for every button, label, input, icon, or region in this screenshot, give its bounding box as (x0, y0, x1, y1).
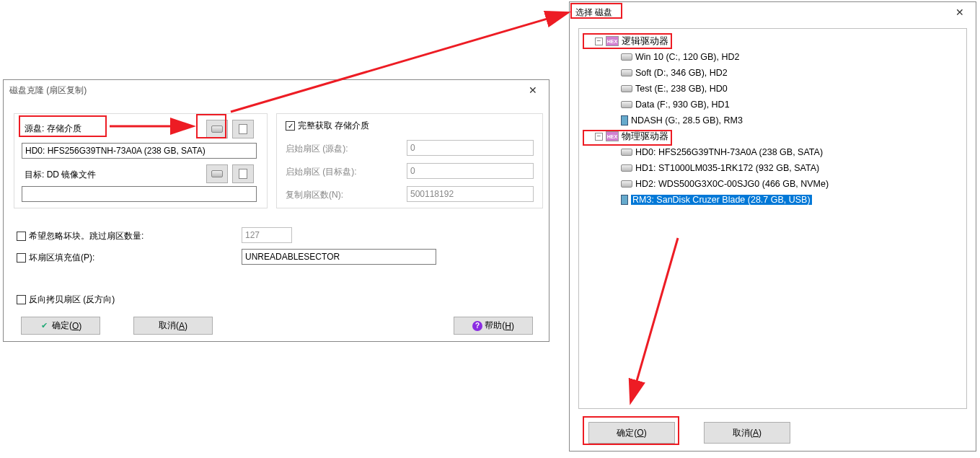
tree-item-physical-selected[interactable]: RM3: SanDisk Cruzer Blade (28.7 GB, USB) (582, 192, 963, 208)
ok-icon: ✔ (40, 321, 50, 331)
checkbox-icon (17, 232, 26, 241)
disk-icon (621, 149, 632, 156)
file-icon (239, 169, 247, 179)
source-disk-button[interactable] (206, 120, 228, 138)
collapse-icon[interactable]: − (595, 38, 603, 45)
tree-item-physical[interactable]: HD0: HFS256G39TNH-73A0A (238 GB, SATA) (582, 144, 963, 160)
disk-icon (621, 101, 632, 108)
target-value-field[interactable] (22, 186, 257, 202)
disk-icon (621, 180, 632, 188)
start-sector-src-field: 0 (407, 140, 534, 156)
tree-item-physical[interactable]: HD2: WDS500G3X0C-00SJG0 (466 GB, NVMe) (582, 176, 963, 192)
disk-icon (211, 125, 223, 133)
fill-value-field[interactable]: UNREADABLESECTOR (242, 249, 436, 265)
tree-item-logical[interactable]: Soft (D:, 346 GB), HD2 (582, 65, 963, 81)
usb-icon (621, 115, 628, 125)
tree-item-logical[interactable]: NDASH (G:, 28.5 GB), RM3 (582, 113, 963, 128)
dialog-title: 选择 磁盘 (575, 6, 612, 19)
ok-button[interactable]: ✔ 确定(O) (21, 317, 100, 335)
close-icon[interactable]: ✕ (945, 4, 974, 21)
tree-group-logical[interactable]: − HEX 逻辑驱动器 (582, 33, 963, 49)
usb-icon (621, 195, 628, 205)
skip-bad-field: 127 (242, 227, 292, 243)
start-sector-dst-label: 启始扇区 (目标盘): (286, 166, 357, 178)
source-group: 源盘: 存储介质 HD0: HFS256G39TNH-73A0A (238 GB… (14, 113, 268, 208)
hex-icon: HEX (606, 36, 619, 46)
checkbox-icon (17, 253, 26, 263)
reverse-copy-checkbox[interactable]: 反向拷贝扇区 (反方向) (17, 294, 115, 306)
disk-icon (621, 53, 632, 61)
start-sector-src-label: 启始扇区 (源盘): (286, 143, 348, 155)
source-value-field[interactable]: HD0: HFS256G39TNH-73A0A (238 GB, SATA) (22, 143, 257, 159)
titlebar: 选择 磁盘 ✕ (570, 2, 976, 22)
target-label: 目标: DD 镜像文件 (25, 169, 96, 181)
disk-icon (621, 164, 632, 172)
help-icon: ? (472, 321, 482, 331)
target-disk-button[interactable] (206, 164, 228, 183)
skip-bad-checkbox[interactable]: 希望忽略坏块。跳过扇区数量: (17, 230, 144, 242)
titlebar: 磁盘克隆 (扇区复制) ✕ (4, 80, 549, 100)
tree-item-logical[interactable]: Data (F:, 930 GB), HD1 (582, 97, 963, 113)
disk-icon (621, 69, 632, 76)
disk-clone-dialog: 磁盘克隆 (扇区复制) ✕ 源盘: 存储介质 HD0: HFS256G39TNH… (3, 79, 549, 342)
tree-item-physical[interactable]: HD1: ST1000LM035-1RK172 (932 GB, SATA) (582, 160, 963, 176)
help-button[interactable]: ? 帮助(H) (454, 317, 533, 335)
disk-icon (211, 170, 223, 177)
copy-count-field: 500118192 (407, 186, 534, 202)
complete-acquire-checkbox[interactable]: ✓ 完整获取 存储介质 (286, 120, 369, 132)
disk-tree[interactable]: − HEX 逻辑驱动器 Win 10 (C:, 120 GB), HD2 Sof… (579, 29, 966, 212)
tree-item-logical[interactable]: Test (E:, 238 GB), HD0 (582, 81, 963, 97)
copy-count-label: 复制扇区数(N): (286, 189, 343, 201)
tree-item-logical[interactable]: Win 10 (C:, 120 GB), HD2 (582, 49, 963, 65)
disk-icon (621, 85, 632, 92)
collapse-icon[interactable]: − (595, 133, 603, 141)
close-icon[interactable]: ✕ (518, 82, 547, 99)
fill-value-checkbox[interactable]: 坏扇区填充值(P): (17, 252, 94, 264)
file-icon (239, 124, 247, 134)
cancel-button[interactable]: 取消(A) (704, 422, 790, 444)
ok-button[interactable]: 确定(O) (588, 422, 675, 444)
start-sector-dst-field: 0 (407, 163, 534, 179)
dialog-title: 磁盘克隆 (扇区复制) (9, 84, 87, 97)
hex-icon: HEX (606, 131, 619, 141)
checkbox-icon: ✓ (286, 121, 295, 131)
checkbox-icon (17, 295, 26, 304)
sector-group: ✓ 完整获取 存储介质 启始扇区 (源盘): 0 启始扇区 (目标盘): 0 复… (276, 113, 543, 208)
source-label: 源盘: 存储介质 (25, 123, 81, 135)
source-file-button[interactable] (232, 120, 254, 138)
cancel-button[interactable]: 取消(A) (133, 317, 213, 335)
select-disk-dialog: 选择 磁盘 ✕ − HEX 逻辑驱动器 Win 10 (C:, 120 GB),… (569, 1, 976, 452)
target-file-button[interactable] (232, 164, 254, 183)
tree-group-physical[interactable]: − HEX 物理驱动器 (582, 128, 963, 144)
